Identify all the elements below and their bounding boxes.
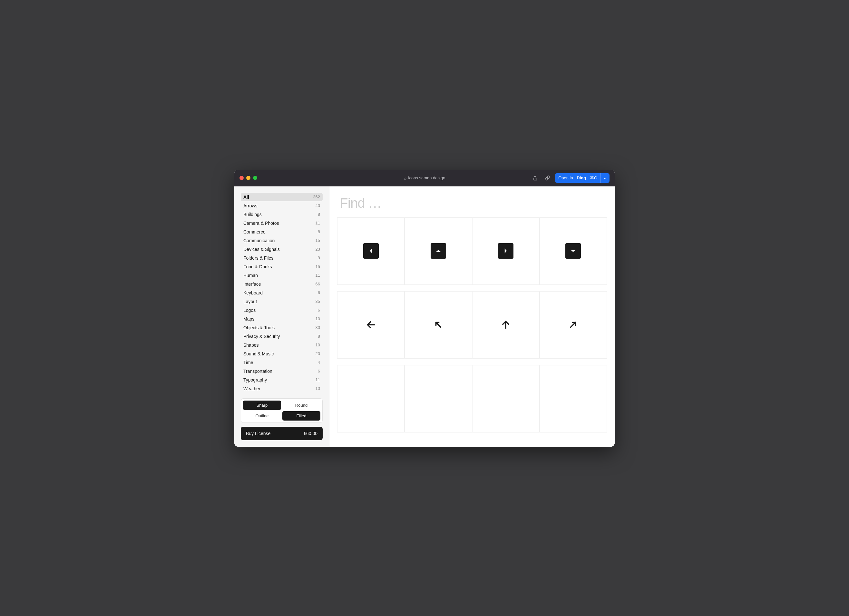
sidebar-item-count: 9 [318, 255, 320, 260]
sidebar-item-communication[interactable]: Communication 15 [241, 236, 323, 245]
icon-arrow-right-filled[interactable] [472, 217, 539, 285]
sharp-button[interactable]: Sharp [243, 401, 281, 410]
icon-empty-3[interactable] [472, 365, 539, 433]
buy-license-label: Buy License [246, 431, 270, 436]
sidebar-item-count: 4 [318, 360, 320, 365]
sidebar-item-label: Folders & Files [243, 255, 273, 261]
sidebar-item-count: 362 [313, 194, 320, 199]
sidebar-item-arrows[interactable]: Arrows 40 [241, 201, 323, 210]
titlebar: ⌕ icons.saman.design Open in Ding ⌘O ⌄ [234, 170, 615, 186]
outline-button[interactable]: Outline [243, 411, 281, 421]
maximize-button[interactable] [253, 176, 257, 180]
sidebar-item-folders---files[interactable]: Folders & Files 9 [241, 254, 323, 262]
sidebar-item-label: Human [243, 273, 258, 278]
icons-grid [329, 217, 615, 447]
chevron-down-icon[interactable]: ⌄ [601, 173, 609, 183]
icon-arrow-up-filled[interactable] [405, 217, 472, 285]
style-toggles: Sharp Round Outline Filled [241, 398, 323, 423]
sidebar-item-label: Objects & Tools [243, 325, 275, 330]
svg-marker-0 [370, 249, 372, 254]
sidebar-item-camera---photos[interactable]: Camera & Photos 11 [241, 219, 323, 227]
icon-arrow-up-outline[interactable] [472, 291, 539, 359]
sidebar-item-objects---tools[interactable]: Objects & Tools 30 [241, 324, 323, 332]
svg-marker-2 [505, 249, 507, 254]
icon-arrow-left-outline[interactable] [337, 291, 405, 359]
sidebar-item-keyboard[interactable]: Keyboard 6 [241, 289, 323, 297]
search-area: Find … [329, 186, 615, 217]
sidebar-item-label: Maps [243, 316, 254, 322]
sidebar-item-label: Interface [243, 282, 261, 287]
sidebar-item-privacy---security[interactable]: Privacy & Security 8 [241, 332, 323, 340]
sidebar-item-label: All [243, 194, 249, 200]
svg-line-5 [436, 322, 441, 327]
price-label: €60.00 [304, 431, 317, 436]
icon-arrow-left-filled[interactable] [337, 217, 405, 285]
sidebar-item-devices---signals[interactable]: Devices & Signals 23 [241, 245, 323, 254]
sidebar-item-count: 20 [316, 351, 320, 356]
arrow-up-outline-icon [500, 319, 511, 331]
url-display: icons.saman.design [408, 176, 445, 180]
titlebar-search-area: ⌕ icons.saman.design [404, 176, 445, 180]
sidebar-item-time[interactable]: Time 4 [241, 358, 323, 367]
sidebar-item-commerce[interactable]: Commerce 8 [241, 228, 323, 236]
titlebar-actions: Open in Ding ⌘O ⌄ [530, 173, 609, 183]
sidebar-item-count: 6 [318, 368, 320, 373]
sidebar-item-count: 66 [316, 282, 320, 286]
sidebar-item-label: Devices & Signals [243, 247, 280, 252]
app-content: All 362 Arrows 40 Buildings 8 Camera & P… [234, 186, 615, 447]
category-list: All 362 Arrows 40 Buildings 8 Camera & P… [234, 193, 329, 393]
traffic-lights [240, 176, 257, 180]
icon-arrow-down-filled[interactable] [539, 217, 607, 285]
arrow-left-filled-icon [363, 243, 379, 259]
arrow-right-filled-icon [498, 243, 514, 259]
icon-arrow-upleft-outline[interactable] [405, 291, 472, 359]
sidebar-item-count: 8 [318, 212, 320, 217]
share-icon[interactable] [530, 173, 539, 182]
sidebar-item-label: Layout [243, 299, 257, 304]
svg-marker-1 [436, 250, 441, 252]
icon-empty-4[interactable] [539, 365, 607, 433]
sidebar-item-weather[interactable]: Weather 10 [241, 385, 323, 393]
sidebar-item-layout[interactable]: Layout 35 [241, 297, 323, 306]
icon-empty-1[interactable] [337, 365, 405, 433]
close-button[interactable] [240, 176, 244, 180]
search-icon: ⌕ [404, 176, 407, 180]
arrow-upleft-outline-icon [433, 319, 444, 331]
sidebar-item-shapes[interactable]: Shapes 10 [241, 341, 323, 349]
sidebar-item-count: 30 [316, 325, 320, 330]
sidebar-item-buildings[interactable]: Buildings 8 [241, 210, 323, 219]
sidebar-item-count: 8 [318, 334, 320, 339]
buy-license-button[interactable]: Buy License €60.00 [241, 427, 323, 440]
sidebar: All 362 Arrows 40 Buildings 8 Camera & P… [234, 186, 329, 447]
sidebar-item-logos[interactable]: Logos 6 [241, 306, 323, 315]
open-in-button[interactable]: Open in Ding ⌘O ⌄ [555, 173, 609, 183]
sidebar-item-sound---music[interactable]: Sound & Music 20 [241, 350, 323, 358]
icon-arrow-upright-outline[interactable] [539, 291, 607, 359]
sidebar-item-typography[interactable]: Typography 11 [241, 376, 323, 384]
sidebar-item-human[interactable]: Human 11 [241, 271, 323, 280]
sidebar-item-label: Privacy & Security [243, 334, 280, 339]
app-window: ⌕ icons.saman.design Open in Ding ⌘O ⌄ [234, 170, 615, 447]
svg-marker-3 [571, 250, 576, 252]
sidebar-item-count: 10 [316, 343, 320, 348]
sidebar-item-food---drinks[interactable]: Food & Drinks 15 [241, 263, 323, 271]
sidebar-bottom: Sharp Round Outline Filled Buy License €… [234, 393, 329, 440]
sidebar-item-label: Arrows [243, 203, 258, 208]
search-placeholder[interactable]: Find … [340, 195, 604, 211]
filled-button[interactable]: Filled [282, 411, 320, 421]
sidebar-item-count: 11 [316, 221, 320, 225]
sidebar-item-label: Shapes [243, 343, 259, 348]
minimize-button[interactable] [246, 176, 250, 180]
round-button[interactable]: Round [282, 401, 320, 410]
sidebar-item-count: 10 [316, 316, 320, 321]
sidebar-item-count: 15 [316, 264, 320, 269]
link-icon[interactable] [543, 173, 552, 182]
sidebar-item-label: Logos [243, 308, 256, 313]
icon-empty-2[interactable] [405, 365, 472, 433]
sidebar-item-interface[interactable]: Interface 66 [241, 280, 323, 288]
sidebar-item-transportation[interactable]: Transportation 6 [241, 367, 323, 376]
sidebar-item-count: 6 [318, 308, 320, 313]
sidebar-item-all[interactable]: All 362 [241, 193, 323, 201]
sidebar-item-label: Food & Drinks [243, 264, 272, 269]
sidebar-item-maps[interactable]: Maps 10 [241, 315, 323, 323]
